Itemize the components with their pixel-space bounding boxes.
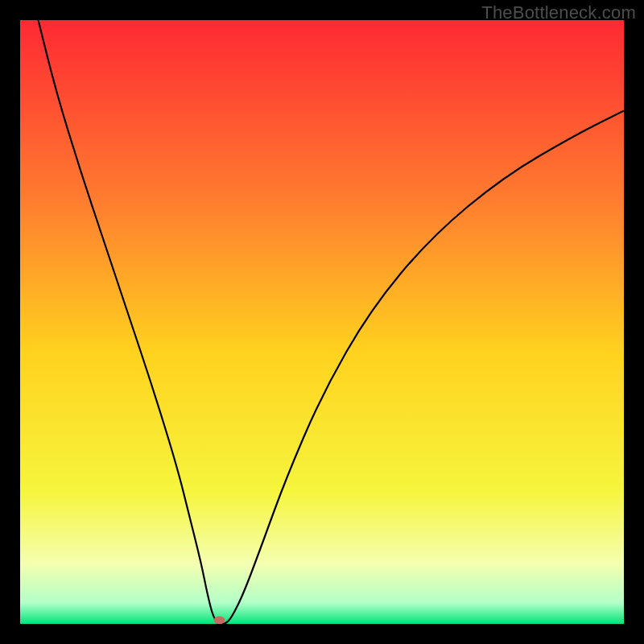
plot-area bbox=[20, 20, 624, 624]
gradient-background bbox=[20, 20, 624, 624]
watermark-text: TheBottleneck.com bbox=[481, 2, 636, 23]
bottleneck-chart bbox=[20, 20, 624, 624]
chart-frame: TheBottleneck.com bbox=[0, 0, 644, 644]
